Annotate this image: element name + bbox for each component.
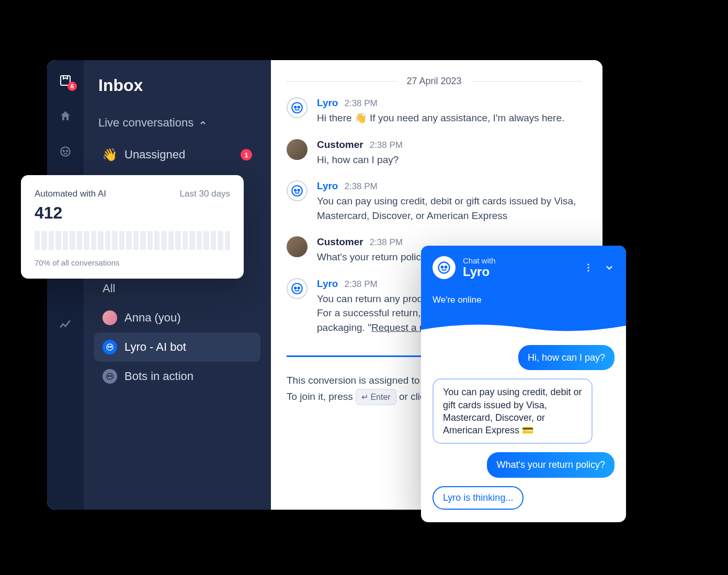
svg-point-18 <box>298 287 300 289</box>
metrics-bar <box>91 231 96 250</box>
sidebar-item-label: Anna (you) <box>124 311 181 325</box>
unassigned-count: 1 <box>241 149 252 160</box>
svg-point-1 <box>61 147 70 156</box>
bot-avatar <box>433 256 456 279</box>
sidebar-item-bots-action[interactable]: Bots in action <box>94 362 260 391</box>
sidebar-item-label: Bots in action <box>124 370 194 383</box>
svg-point-5 <box>108 346 109 347</box>
metrics-bar <box>211 231 216 250</box>
metrics-bar <box>218 231 223 250</box>
chevron-down-icon[interactable] <box>604 262 615 273</box>
svg-point-9 <box>110 375 111 376</box>
sidebar-item-unassigned[interactable]: 👋 Unassigned 1 <box>94 140 260 169</box>
metrics-bar <box>133 231 139 250</box>
svg-point-19 <box>439 262 450 273</box>
message-text: Hi there 👋 If you need any assistance, I… <box>317 111 582 125</box>
date-divider: 27 April 2023 <box>287 76 582 87</box>
bot-avatar <box>287 180 308 201</box>
user-bubble: What's your return policy? <box>487 452 615 477</box>
sidebar-item-label: All <box>103 282 115 295</box>
metrics-bar <box>41 231 47 250</box>
nav-analytics[interactable] <box>58 317 73 332</box>
svg-point-8 <box>108 375 109 376</box>
bot-icon <box>103 369 117 384</box>
nav-inbox[interactable]: 6 <box>58 73 73 88</box>
metrics-bar <box>98 231 103 250</box>
bot-icon <box>103 340 117 354</box>
message: Lyro2:38 PMHi there 👋 If you need any as… <box>287 97 582 125</box>
chevron-up-icon <box>199 119 207 127</box>
section-live-conversations[interactable]: Live conversations <box>98 116 260 130</box>
svg-point-3 <box>66 151 67 152</box>
svg-point-16 <box>292 283 302 294</box>
message-time: 2:38 PM <box>344 98 377 109</box>
message-text: Hi, how can I pay? <box>317 153 582 167</box>
chat-subtitle: Chat with <box>463 256 496 265</box>
message-sender: Customer <box>317 236 363 248</box>
metrics-bar <box>147 231 153 250</box>
sidebar-title: Inbox <box>98 76 260 95</box>
bot-avatar <box>287 278 308 299</box>
svg-point-7 <box>107 373 113 380</box>
nav-bot[interactable] <box>58 144 73 159</box>
svg-point-22 <box>587 264 589 266</box>
svg-point-13 <box>292 186 302 196</box>
metrics-bar <box>154 231 160 250</box>
metrics-footer: 70% of all conversations <box>35 258 230 267</box>
metrics-bar <box>63 231 68 250</box>
metrics-bar <box>55 231 61 250</box>
more-icon[interactable] <box>583 262 594 273</box>
metrics-bar <box>70 231 75 250</box>
metrics-bar <box>168 231 174 250</box>
svg-point-23 <box>587 267 589 268</box>
svg-point-17 <box>294 287 296 289</box>
svg-point-20 <box>441 266 443 268</box>
metrics-bar <box>161 231 166 250</box>
metrics-title: Automated with AI <box>35 189 106 199</box>
metrics-bar <box>119 231 124 250</box>
svg-point-21 <box>445 266 447 268</box>
metrics-bar <box>175 231 180 250</box>
metrics-bar <box>203 231 209 250</box>
metrics-bar <box>35 231 40 250</box>
metrics-period: Last 30 days <box>180 189 230 199</box>
sidebar: Inbox Live conversations 👋 Unassigned 1 … <box>84 60 271 510</box>
metrics-bar <box>140 231 145 250</box>
metrics-bar <box>77 231 82 250</box>
chat-body: Hi, how can I pay?You can pay using cred… <box>421 335 626 522</box>
message: Lyro2:38 PMYou can pay using credit, deb… <box>287 180 582 223</box>
metrics-bar <box>105 231 110 250</box>
metrics-bar <box>112 231 117 250</box>
message-sender: Lyro <box>317 278 338 290</box>
metrics-bar <box>189 231 195 250</box>
wave-decoration <box>421 320 626 335</box>
icon-sidebar: 6 <box>47 60 84 510</box>
metrics-bar <box>225 231 230 250</box>
customer-avatar <box>287 139 308 160</box>
wave-icon: 👋 <box>103 147 117 162</box>
svg-point-6 <box>110 346 111 347</box>
message-sender: Lyro <box>317 180 338 192</box>
svg-point-2 <box>63 151 64 152</box>
sidebar-item-label: Unassigned <box>124 148 185 162</box>
metrics-bar <box>197 231 202 250</box>
metrics-bar <box>49 231 54 250</box>
message-time: 2:38 PM <box>370 140 403 151</box>
svg-point-11 <box>294 106 296 108</box>
conversation-date: 27 April 2023 <box>406 76 461 87</box>
message-sender: Customer <box>317 139 363 151</box>
nav-home[interactable] <box>58 109 73 123</box>
message-time: 2:38 PM <box>370 237 403 248</box>
user-bubble: Hi, how can I pay? <box>518 345 615 370</box>
chat-title: Lyro <box>463 265 496 279</box>
svg-point-12 <box>298 106 300 108</box>
metrics-bar <box>84 231 89 250</box>
inbox-badge: 6 <box>67 82 77 91</box>
chat-widget: Chat with Lyro We're online Hi, how can … <box>421 246 626 522</box>
avatar <box>103 310 117 325</box>
sidebar-item-lyro[interactable]: Lyro - AI bot <box>94 332 260 362</box>
message: Customer2:38 PMHi, how can I pay? <box>287 139 582 167</box>
chat-status: We're online <box>433 295 615 305</box>
message-sender: Lyro <box>317 97 338 109</box>
sidebar-item-anna[interactable]: Anna (you) <box>94 303 260 332</box>
